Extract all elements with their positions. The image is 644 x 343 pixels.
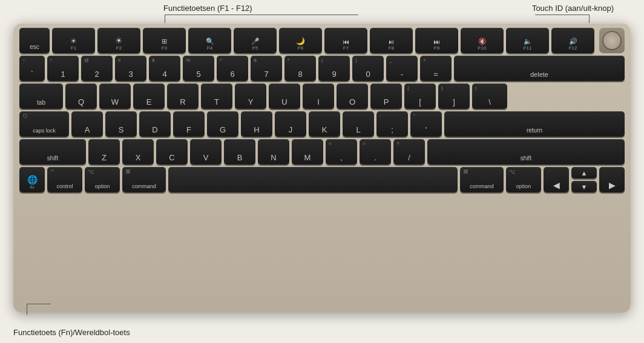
key-g[interactable]: G [207,111,238,137]
annotation-fn-label: Functietoetsen (F1 - F12) [163,4,252,13]
key-m[interactable]: M [292,139,323,165]
key-f5[interactable]: 🎤 F5 [234,28,277,53]
key-f10[interactable]: 🔇 F10 [461,28,504,53]
arrow-updown-group: ▲ ▼ [571,167,597,192]
key-t[interactable]: T [201,83,232,109]
key-c[interactable]: C [156,139,188,165]
key-esc[interactable]: esc [19,28,50,53]
key-f4[interactable]: 🔍 F4 [188,28,231,53]
key-arrow-up[interactable]: ▲ [571,167,597,178]
key-e[interactable]: E [133,83,165,109]
key-f2[interactable]: ☀ F2 [97,28,140,53]
key-i[interactable]: I [303,83,334,109]
key-j[interactable]: J [275,111,306,137]
key-return[interactable]: return [444,111,625,137]
key-f1[interactable]: ☀ F1 [52,28,95,53]
key-arrow-right[interactable]: ▶ [599,167,625,192]
key-h[interactable]: H [241,111,272,137]
key-z[interactable]: Z [88,139,120,165]
key-x[interactable]: X [122,139,154,165]
key-a[interactable]: A [71,111,103,137]
key-f11[interactable]: 🔈 F11 [506,28,549,53]
key-command-right[interactable]: ⌘ command [460,167,504,192]
key-k[interactable]: K [309,111,340,137]
key-shift-right[interactable]: shift [427,139,625,165]
key-7[interactable]: & 7 [251,56,282,81]
key-4[interactable]: $ 4 [149,56,180,81]
key-f3[interactable]: ⊞ F3 [143,28,186,53]
key-p[interactable]: P [370,83,402,109]
key-lbracket[interactable]: { [ [404,83,436,109]
key-option-left[interactable]: ⌥ option [85,167,120,192]
key-l[interactable]: L [343,111,374,137]
tab-row: tab Q W E R T Y U I O P { [ } ] | \ [19,83,625,109]
key-slash[interactable]: ? / [393,139,425,165]
key-tab[interactable]: tab [19,83,63,109]
key-w[interactable]: W [99,83,131,109]
key-comma[interactable]: < , [326,139,357,165]
key-touchid[interactable] [599,28,625,53]
key-q[interactable]: Q [65,83,97,109]
key-f9[interactable]: ⏭ F9 [415,28,458,53]
key-3[interactable]: # 3 [115,56,146,81]
key-period[interactable]: > . [360,139,391,165]
caps-row: caps lock A S D F G H J K L : ; " ' retu… [19,111,625,137]
key-y[interactable]: Y [235,83,266,109]
key-8[interactable]: * 8 [284,56,316,81]
key-u[interactable]: U [269,83,300,109]
key-arrow-left[interactable]: ◀ [544,167,569,192]
key-f6[interactable]: 🌙 F6 [279,28,322,53]
key-equals[interactable]: + = [420,56,452,81]
key-1[interactable]: ! 1 [47,56,79,81]
key-delete[interactable]: delete [454,56,625,81]
key-tilde[interactable]: ~ ` [19,56,45,81]
shift-row: shift Z X C V B N M < , > . ? / shift [19,139,625,165]
key-9[interactable]: ( 9 [318,56,350,81]
annotation-touchid-label: Touch ID (aan/uit-knop) [532,4,614,13]
key-r[interactable]: R [167,83,199,109]
key-f8[interactable]: ⏯ F8 [370,28,413,53]
key-capslock[interactable]: caps lock [19,111,69,137]
key-0[interactable]: ) 0 [352,56,384,81]
key-d[interactable]: D [139,111,171,137]
key-fn[interactable]: 🌐 fn [19,167,45,192]
key-command-left[interactable]: ⌘ command [122,167,166,192]
key-f12[interactable]: 🔊 F12 [551,28,594,53]
key-quote[interactable]: " ' [410,111,442,137]
key-control[interactable]: ⌃ control [47,167,82,192]
key-rbracket[interactable]: } ] [438,83,470,109]
number-row: ~ ` ! 1 @ 2 # 3 $ 4 % 5 ^ 6 & 7 [19,56,625,81]
function-row: esc ☀ F1 ☀ F2 ⊞ F3 🔍 F4 🎤 F5 🌙 F6 [19,28,625,53]
key-minus[interactable]: _ - [386,56,418,81]
key-option-right[interactable]: ⌥ option [506,167,541,192]
key-semicolon[interactable]: : ; [376,111,408,137]
key-n[interactable]: N [258,139,289,165]
key-5[interactable]: % 5 [183,56,214,81]
key-o[interactable]: O [337,83,368,109]
annotation-fn-key-label: Functietoets (Fn)/Wereldbol-toets [13,328,130,337]
key-spacebar[interactable] [168,167,458,192]
key-backslash[interactable]: | \ [472,83,507,109]
key-b[interactable]: B [224,139,255,165]
keyboard: esc ☀ F1 ☀ F2 ⊞ F3 🔍 F4 🎤 F5 🌙 F6 [13,23,631,313]
key-f[interactable]: F [173,111,205,137]
key-v[interactable]: V [190,139,222,165]
touchid-sensor [603,32,620,49]
key-2[interactable]: @ 2 [81,56,113,81]
bottom-row: 🌐 fn ⌃ control ⌥ option ⌘ command ⌘ comm… [19,167,625,192]
key-f7[interactable]: ⏮ F7 [324,28,367,53]
key-6[interactable]: ^ 6 [217,56,248,81]
key-shift-left[interactable]: shift [19,139,86,165]
key-s[interactable]: S [105,111,137,137]
key-arrow-down[interactable]: ▼ [571,181,597,192]
